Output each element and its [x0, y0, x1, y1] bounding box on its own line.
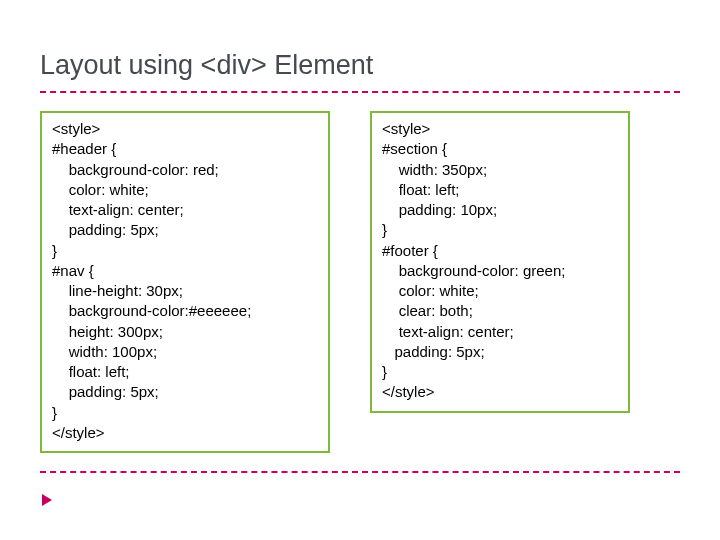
divider-bottom — [40, 471, 680, 473]
columns: <style> #header { background-color: red;… — [40, 111, 680, 453]
code-block-right: <style> #section { width: 350px; float: … — [370, 111, 630, 413]
divider-top — [40, 91, 680, 93]
play-icon — [42, 494, 52, 506]
code-block-left: <style> #header { background-color: red;… — [40, 111, 330, 453]
page-title: Layout using <div> Element — [40, 50, 680, 87]
slide: Layout using <div> Element <style> #head… — [0, 0, 720, 540]
